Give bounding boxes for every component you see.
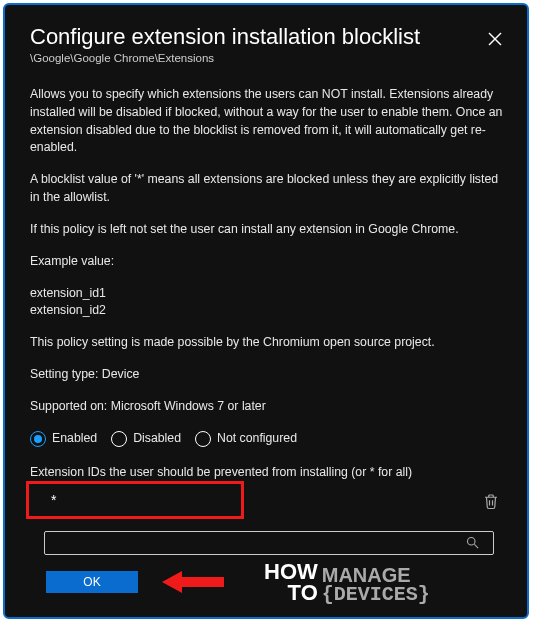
- svg-marker-6: [162, 571, 224, 593]
- radio-icon: [30, 431, 46, 447]
- radio-enabled-label: Enabled: [52, 430, 97, 448]
- radio-disabled-label: Disabled: [133, 430, 181, 448]
- ok-button-label: OK: [83, 575, 100, 589]
- example-2: extension_id2: [30, 302, 506, 320]
- desc-para-4: This policy setting is made possible by …: [30, 334, 506, 352]
- breadcrumb: \Google\Google Chrome\Extensions: [30, 52, 506, 64]
- description: Allows you to specify which extensions t…: [30, 86, 506, 555]
- radio-disabled[interactable]: Disabled: [111, 430, 181, 448]
- supported-on: Supported on: Microsoft Windows 7 or lat…: [30, 398, 506, 416]
- watermark: HOW TO MANAGE {DEVICES}: [264, 558, 430, 604]
- wm-to: TO: [264, 583, 318, 604]
- blocklist-entry-value: *: [51, 490, 56, 510]
- arrow-annotation-icon: [162, 568, 224, 596]
- policy-dialog: Configure extension installation blockli…: [8, 8, 524, 614]
- dialog-title: Configure extension installation blockli…: [30, 24, 506, 50]
- blocklist-entry-highlighted[interactable]: *: [26, 481, 244, 519]
- desc-para-1: Allows you to specify which extensions t…: [30, 86, 506, 157]
- example-label: Example value:: [30, 253, 506, 271]
- example-1: extension_id1: [30, 285, 506, 303]
- svg-line-5: [474, 545, 478, 549]
- radio-notconfigured-label: Not configured: [217, 430, 297, 448]
- ok-button[interactable]: OK: [46, 571, 138, 593]
- desc-para-2: A blocklist value of '*' means all exten…: [30, 171, 506, 207]
- radio-icon: [111, 431, 127, 447]
- desc-para-3: If this policy is left not set the user …: [30, 221, 506, 239]
- close-icon[interactable]: [486, 30, 504, 48]
- radio-notconfigured[interactable]: Not configured: [195, 430, 297, 448]
- setting-type: Setting type: Device: [30, 366, 506, 384]
- search-icon[interactable]: [465, 535, 480, 550]
- radio-icon: [195, 431, 211, 447]
- wm-devices: {DEVICES}: [322, 585, 430, 604]
- state-radios: Enabled Disabled Not configured: [30, 430, 506, 448]
- blocklist-field-label: Extension IDs the user should be prevent…: [30, 464, 506, 482]
- trash-icon[interactable]: [482, 492, 500, 510]
- radio-enabled[interactable]: Enabled: [30, 430, 97, 448]
- svg-point-4: [468, 538, 476, 546]
- blocklist-add-input[interactable]: [44, 531, 494, 555]
